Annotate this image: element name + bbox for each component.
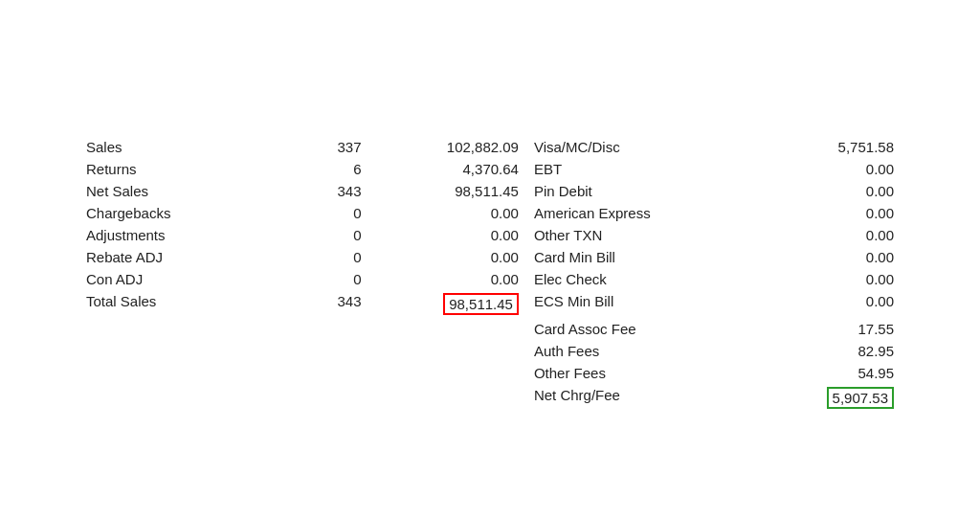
row-items: 0 — [272, 246, 368, 268]
header-items — [272, 108, 368, 136]
table-row: Other Fees54.95 — [78, 362, 902, 384]
row-fee: American Express — [526, 202, 745, 224]
table-row: Total Sales34398,511.45ECS Min Bill0.00 — [78, 290, 902, 318]
row-dollars — [369, 384, 526, 412]
row-dollars: 98,511.45 — [369, 290, 526, 318]
row-dollars — [369, 340, 526, 362]
row-summary: 5,751.58 — [745, 136, 902, 158]
row-summary: 0.00 — [745, 246, 902, 268]
row-fee: Elec Check — [526, 268, 745, 290]
table-row: Sales337102,882.09Visa/MC/Disc5,751.58 — [78, 136, 902, 158]
row-items — [272, 318, 368, 340]
row-fee: EBT — [526, 158, 745, 180]
row-dollars: 0.00 — [369, 224, 526, 246]
row-dollars: 0.00 — [369, 202, 526, 224]
row-summary: 0.00 — [745, 202, 902, 224]
row-summary: 5,907.53 — [745, 384, 902, 412]
row-label: Adjustments — [78, 224, 272, 246]
row-label — [78, 340, 272, 362]
row-items — [272, 384, 368, 412]
row-items: 6 — [272, 158, 368, 180]
row-fee: ECS Min Bill — [526, 290, 745, 318]
row-dollars: 102,882.09 — [369, 136, 526, 158]
header-summary — [745, 108, 902, 136]
row-dollars: 98,511.45 — [369, 180, 526, 202]
row-label — [78, 318, 272, 340]
header-label — [78, 108, 272, 136]
table-row: Auth Fees82.95 — [78, 340, 902, 362]
row-summary: 54.95 — [745, 362, 902, 384]
row-label: Sales — [78, 136, 272, 158]
row-dollars — [369, 362, 526, 384]
row-items — [272, 340, 368, 362]
row-items: 337 — [272, 136, 368, 158]
row-items: 343 — [272, 290, 368, 318]
row-summary: 17.55 — [745, 318, 902, 340]
row-summary: 0.00 — [745, 268, 902, 290]
row-items: 343 — [272, 180, 368, 202]
row-items: 0 — [272, 202, 368, 224]
row-fee: Card Min Bill — [526, 246, 745, 268]
row-label: Chargebacks — [78, 202, 272, 224]
row-fee: Pin Debit — [526, 180, 745, 202]
row-fee: Visa/MC/Disc — [526, 136, 745, 158]
row-items — [272, 362, 368, 384]
table-row: Con ADJ00.00Elec Check0.00 — [78, 268, 902, 290]
row-label: Returns — [78, 158, 272, 180]
row-fee: Net Chrg/Fee — [526, 384, 745, 412]
table-row: Net Sales34398,511.45Pin Debit0.00 — [78, 180, 902, 202]
row-dollars — [369, 318, 526, 340]
row-dollars: 0.00 — [369, 268, 526, 290]
table-row: Net Chrg/Fee5,907.53 — [78, 384, 902, 412]
row-summary: 0.00 — [745, 180, 902, 202]
table-row: Card Assoc Fee17.55 — [78, 318, 902, 340]
row-label: Con ADJ — [78, 268, 272, 290]
row-summary: 82.95 — [745, 340, 902, 362]
row-summary: 0.00 — [745, 158, 902, 180]
row-label: Net Sales — [78, 180, 272, 202]
row-fee: Card Assoc Fee — [526, 318, 745, 340]
row-dollars: 4,370.64 — [369, 158, 526, 180]
row-fee: Other Fees — [526, 362, 745, 384]
table-row: Rebate ADJ00.00Card Min Bill0.00 — [78, 246, 902, 268]
table-row: Returns64,370.64EBT0.00 — [78, 158, 902, 180]
table-row: Adjustments00.00Other TXN0.00 — [78, 224, 902, 246]
table-row: Chargebacks00.00American Express0.00 — [78, 202, 902, 224]
row-summary: 0.00 — [745, 290, 902, 318]
row-items: 0 — [272, 268, 368, 290]
header-fee — [526, 108, 745, 136]
row-fee: Other TXN — [526, 224, 745, 246]
row-fee: Auth Fees — [526, 340, 745, 362]
row-label — [78, 362, 272, 384]
row-label — [78, 384, 272, 412]
row-summary: 0.00 — [745, 224, 902, 246]
row-items: 0 — [272, 224, 368, 246]
header-dollars — [369, 108, 526, 136]
report-container: Sales337102,882.09Visa/MC/Disc5,751.58Re… — [59, 79, 921, 440]
row-dollars: 0.00 — [369, 246, 526, 268]
row-label: Total Sales — [78, 290, 272, 318]
row-label: Rebate ADJ — [78, 246, 272, 268]
